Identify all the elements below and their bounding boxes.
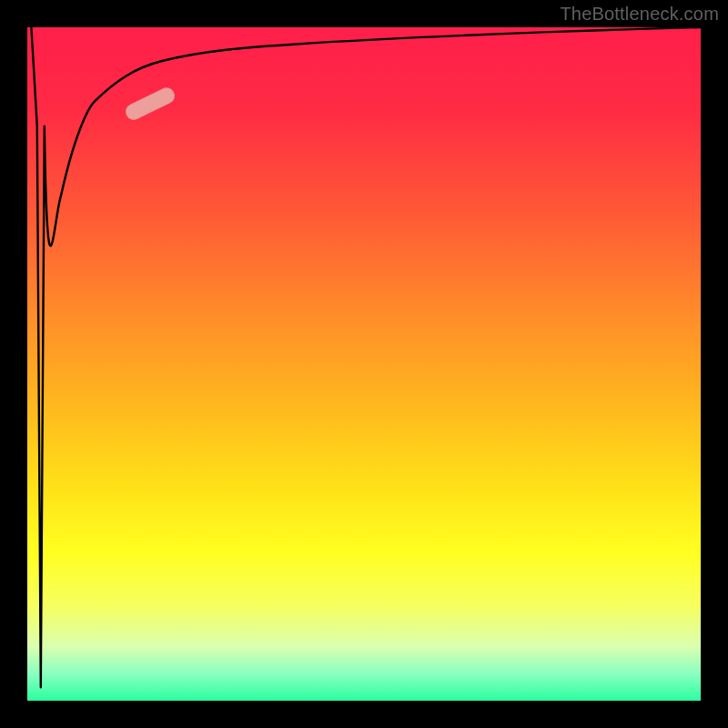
bottleneck-curve-path [31,27,701,687]
plot-area [27,27,701,701]
curve-svg [27,27,701,701]
attribution-text: TheBottleneck.com [560,4,719,25]
chart-stage: TheBottleneck.com [0,0,728,728]
